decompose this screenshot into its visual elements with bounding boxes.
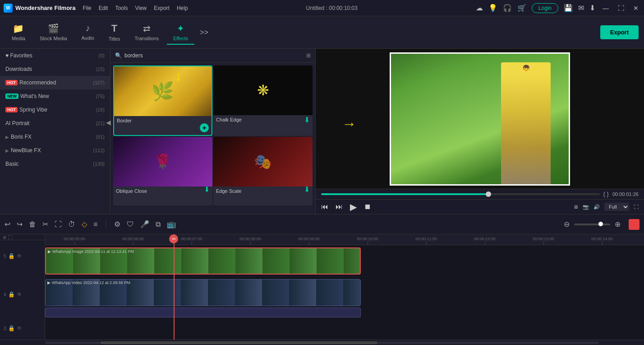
- effect-card-oblique[interactable]: 🌹 ⬇ Oblique Close: [113, 137, 212, 205]
- effect-card-edge-scale[interactable]: 🎭 ⬇ Edge Scale: [213, 137, 313, 205]
- track-4-video-clip[interactable]: ▶ WhatsApp Video 2022-04-12 at 2.09.56 P…: [45, 279, 361, 306]
- scrollbar-thumb[interactable]: [101, 341, 377, 344]
- volume-icon[interactable]: 🔊: [593, 204, 600, 210]
- toolbar-audio[interactable]: ♪ Audio: [75, 20, 101, 44]
- track-5-label: 5 🔒 👁: [0, 240, 45, 272]
- menu-file[interactable]: File: [83, 5, 91, 11]
- mail-icon[interactable]: ✉: [578, 4, 584, 12]
- audio-tool[interactable]: ≡: [93, 220, 97, 228]
- panel-downloads[interactable]: Downloads (15): [0, 62, 110, 76]
- fullscreen-icon[interactable]: ⛶: [634, 204, 639, 210]
- screenshot-icon[interactable]: 📷: [583, 204, 589, 210]
- toolbar-stock-media[interactable]: 🎬 Stock Media: [33, 20, 74, 45]
- speed-tool[interactable]: ⏱: [68, 220, 75, 228]
- rewind-button[interactable]: ⏮: [321, 203, 328, 211]
- ruler-mark-8: 00:00:13:00: [514, 237, 573, 245]
- screen-tool[interactable]: 📺: [167, 220, 176, 228]
- panel-spring-vibe[interactable]: HOT Spring Vibe (16): [0, 103, 110, 117]
- grid-icon[interactable]: ⊞: [306, 52, 311, 59]
- undo-tool[interactable]: ↩: [5, 220, 10, 228]
- delete-tool[interactable]: 🗑: [29, 220, 36, 228]
- zoom-select[interactable]: Full 75% 50%: [604, 203, 629, 211]
- toolbar-effects-label: Effects: [173, 36, 188, 41]
- step-back-button[interactable]: ⏭: [336, 203, 343, 211]
- maximize-button[interactable]: ⛶: [616, 5, 626, 12]
- zoom-in-tool[interactable]: ⊕: [615, 220, 621, 228]
- downloads-label: Downloads: [5, 66, 96, 72]
- track-add-icon[interactable]: ⊕: [3, 235, 6, 240]
- crop-tool[interactable]: ⛶: [55, 220, 62, 228]
- oblique-download-icon[interactable]: ⬇: [204, 185, 210, 194]
- chalk-edge-download-icon[interactable]: ⬇: [304, 116, 310, 124]
- whats-new-count: (76): [96, 93, 105, 99]
- edge-scale-thumb: 🎭: [213, 137, 313, 186]
- menu-help[interactable]: Help: [177, 5, 188, 11]
- monitor-icon[interactable]: 🖥: [573, 204, 578, 210]
- playback-progress[interactable]: [321, 193, 600, 195]
- border-add-icon[interactable]: +: [200, 123, 209, 132]
- panel-boris-fx[interactable]: ▶ Boris FX (91): [0, 130, 110, 144]
- minimize-button[interactable]: —: [601, 5, 611, 12]
- panel-newblue-fx[interactable]: ▶ NewBlue FX (112): [0, 144, 110, 157]
- effects-grid: 🌿 ♡ + Border ❋ ⬇ Chalk Edge 🌹 ⬇ Obl: [110, 63, 315, 208]
- settings-tool[interactable]: ⚙: [114, 220, 120, 228]
- zoom-bar[interactable]: [574, 224, 610, 225]
- toolbar-effects[interactable]: ✦ Effects: [167, 20, 194, 45]
- favorites-count: (0): [99, 53, 105, 58]
- track-5-clip[interactable]: ▶ WhatsApp Image 2022-04-11 at 12.13.41 …: [45, 247, 361, 275]
- redo-tool[interactable]: ↪: [17, 220, 23, 228]
- track-scroll-area[interactable]: 00:00:05:00 00:00:06:00 00:00:07:00 00:0…: [45, 234, 644, 340]
- spring-vibe-badge: HOT: [5, 107, 18, 112]
- save-icon[interactable]: 💾: [564, 4, 573, 12]
- zoom-out-tool[interactable]: ⊖: [564, 220, 570, 228]
- bracket-left-button[interactable]: {: [603, 191, 605, 197]
- track-4-audio-clip[interactable]: [45, 308, 361, 317]
- panel-whats-new[interactable]: NEW What's New (76): [0, 89, 110, 103]
- export-button[interactable]: Export: [600, 25, 639, 39]
- cart-icon[interactable]: 🛒: [517, 4, 526, 12]
- track-5-eye[interactable]: 👁: [17, 253, 22, 259]
- shield-tool[interactable]: 🛡: [127, 220, 134, 228]
- menu-view[interactable]: View: [135, 5, 147, 11]
- toolbar-more-arrow[interactable]: >>: [200, 28, 208, 37]
- track-4-eye[interactable]: 👁: [17, 291, 22, 298]
- panel-favorites[interactable]: ♥ Favorites (0): [0, 49, 110, 62]
- edge-scale-download-icon[interactable]: ⬇: [304, 185, 310, 194]
- track-4-lock[interactable]: 🔒: [8, 291, 15, 298]
- scrollbar-track[interactable]: [45, 341, 599, 344]
- bulb-icon[interactable]: 💡: [488, 4, 497, 12]
- menu-export[interactable]: Export: [154, 5, 170, 11]
- progress-thumb[interactable]: [486, 191, 491, 197]
- zoom-thumb[interactable]: [598, 222, 603, 226]
- panel-recommended[interactable]: HOT Recommended (107): [0, 76, 110, 89]
- cut-tool[interactable]: ✂: [42, 220, 48, 228]
- effect-card-border[interactable]: 🌿 ♡ + Border: [113, 65, 212, 136]
- cloud-icon[interactable]: ☁: [476, 4, 483, 12]
- search-input[interactable]: [124, 52, 304, 59]
- track-5-lock[interactable]: 🔒: [8, 253, 15, 259]
- toolbar-titles[interactable]: T Titles: [102, 20, 127, 45]
- keyframe-tool[interactable]: ◇: [82, 220, 87, 228]
- toolbar-media[interactable]: 📁 Media: [5, 20, 32, 45]
- effect-card-chalk-edge[interactable]: ❋ ⬇ Chalk Edge: [213, 65, 313, 136]
- login-button[interactable]: Login: [532, 3, 558, 13]
- menu-tools[interactable]: Tools: [115, 5, 128, 11]
- mic-tool[interactable]: 🎤: [140, 220, 149, 228]
- download-icon[interactable]: ⬇: [589, 4, 595, 12]
- menu-edit[interactable]: Edit: [99, 5, 108, 11]
- track-3-eye[interactable]: 👁: [17, 325, 22, 331]
- bracket-right-button[interactable]: }: [607, 191, 609, 197]
- record-button[interactable]: [629, 219, 639, 230]
- toolbar-transitions[interactable]: ⇄ Transitions: [129, 20, 165, 45]
- copy-tool[interactable]: ⧉: [156, 220, 161, 228]
- border-heart-icon[interactable]: ♡: [203, 69, 209, 76]
- panel-basic[interactable]: Basic (130): [0, 157, 110, 171]
- headset-icon[interactable]: 🎧: [503, 4, 512, 12]
- timeline-scrollbar[interactable]: [0, 340, 644, 345]
- track-3-lock[interactable]: 🔒: [8, 325, 15, 331]
- panel-ai-portrait[interactable]: AI Portrait (21): [0, 117, 110, 130]
- play-button[interactable]: ▶: [350, 201, 357, 212]
- stop-button[interactable]: ⏹: [364, 203, 371, 211]
- playhead-handle[interactable]: ✂: [169, 234, 178, 243]
- close-button[interactable]: ✕: [631, 5, 640, 12]
